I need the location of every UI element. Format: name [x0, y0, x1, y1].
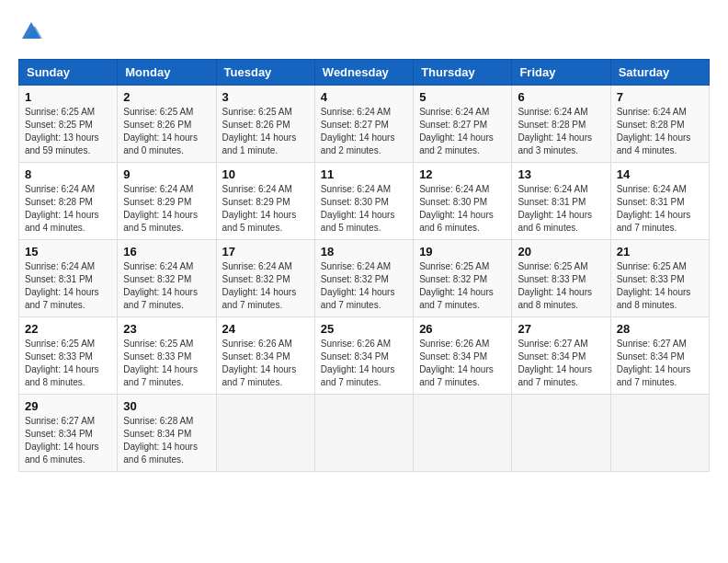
- weekday-header-tuesday: Tuesday: [216, 60, 314, 86]
- day-number: 26: [419, 322, 506, 336]
- day-number: 24: [222, 322, 309, 336]
- calendar-cell: 30 Sunrise: 6:28 AMSunset: 8:34 PMDaylig…: [118, 395, 216, 472]
- calendar-cell: 10 Sunrise: 6:24 AMSunset: 8:29 PMDaylig…: [216, 163, 314, 240]
- calendar-cell: [512, 395, 610, 472]
- day-number: 2: [123, 90, 210, 104]
- weekday-header-thursday: Thursday: [414, 60, 512, 86]
- calendar-week-row: 22 Sunrise: 6:25 AMSunset: 8:33 PMDaylig…: [19, 317, 710, 395]
- day-number: 13: [518, 167, 604, 181]
- calendar-cell: 6 Sunrise: 6:24 AMSunset: 8:28 PMDayligh…: [512, 86, 610, 163]
- day-info: Sunrise: 6:27 AMSunset: 8:34 PMDaylight:…: [518, 338, 604, 389]
- day-info: Sunrise: 6:24 AMSunset: 8:29 PMDaylight:…: [123, 183, 210, 235]
- day-number: 29: [25, 399, 111, 413]
- calendar-cell: [216, 395, 314, 472]
- calendar-cell: 16 Sunrise: 6:24 AMSunset: 8:32 PMDaylig…: [118, 240, 216, 317]
- day-info: Sunrise: 6:24 AMSunset: 8:32 PMDaylight:…: [321, 260, 407, 312]
- day-info: Sunrise: 6:25 AMSunset: 8:26 PMDaylight:…: [222, 106, 309, 157]
- day-number: 11: [321, 167, 407, 181]
- logo-icon: [18, 18, 44, 44]
- calendar-cell: 22 Sunrise: 6:25 AMSunset: 8:33 PMDaylig…: [19, 317, 118, 395]
- day-number: 22: [25, 322, 111, 336]
- day-info: Sunrise: 6:24 AMSunset: 8:27 PMDaylight:…: [419, 106, 506, 157]
- calendar-cell: 15 Sunrise: 6:24 AMSunset: 8:31 PMDaylig…: [19, 240, 118, 317]
- calendar-cell: 3 Sunrise: 6:25 AMSunset: 8:26 PMDayligh…: [216, 86, 314, 163]
- day-info: Sunrise: 6:25 AMSunset: 8:25 PMDaylight:…: [25, 106, 111, 157]
- day-info: Sunrise: 6:27 AMSunset: 8:34 PMDaylight:…: [617, 338, 703, 389]
- calendar-cell: 25 Sunrise: 6:26 AMSunset: 8:34 PMDaylig…: [314, 317, 413, 395]
- day-number: 8: [25, 167, 111, 181]
- calendar-week-row: 8 Sunrise: 6:24 AMSunset: 8:28 PMDayligh…: [19, 163, 710, 240]
- calendar-cell: 23 Sunrise: 6:25 AMSunset: 8:33 PMDaylig…: [118, 317, 216, 395]
- calendar-cell: 29 Sunrise: 6:27 AMSunset: 8:34 PMDaylig…: [19, 395, 118, 472]
- calendar-cell: 13 Sunrise: 6:24 AMSunset: 8:31 PMDaylig…: [512, 163, 610, 240]
- day-number: 28: [617, 322, 703, 336]
- calendar-cell: 2 Sunrise: 6:25 AMSunset: 8:26 PMDayligh…: [118, 86, 216, 163]
- calendar-week-row: 15 Sunrise: 6:24 AMSunset: 8:31 PMDaylig…: [19, 240, 710, 317]
- day-number: 10: [222, 167, 309, 181]
- day-number: 25: [321, 322, 407, 336]
- weekday-header-saturday: Saturday: [610, 60, 709, 86]
- calendar-cell: 8 Sunrise: 6:24 AMSunset: 8:28 PMDayligh…: [19, 163, 118, 240]
- page-header: [18, 18, 710, 44]
- calendar-cell: 19 Sunrise: 6:25 AMSunset: 8:32 PMDaylig…: [414, 240, 512, 317]
- weekday-header-monday: Monday: [118, 60, 216, 86]
- calendar-cell: 17 Sunrise: 6:24 AMSunset: 8:32 PMDaylig…: [216, 240, 314, 317]
- day-number: 5: [419, 90, 506, 104]
- calendar-cell: [314, 395, 413, 472]
- day-info: Sunrise: 6:26 AMSunset: 8:34 PMDaylight:…: [222, 338, 309, 389]
- day-info: Sunrise: 6:24 AMSunset: 8:28 PMDaylight:…: [617, 106, 703, 157]
- day-info: Sunrise: 6:24 AMSunset: 8:29 PMDaylight:…: [222, 183, 309, 235]
- day-number: 23: [123, 322, 210, 336]
- weekday-header-sunday: Sunday: [19, 60, 118, 86]
- day-number: 16: [123, 245, 210, 259]
- day-number: 14: [617, 167, 703, 181]
- calendar-table: SundayMondayTuesdayWednesdayThursdayFrid…: [18, 59, 710, 472]
- weekday-header-wednesday: Wednesday: [314, 60, 413, 86]
- day-number: 1: [25, 90, 111, 104]
- day-number: 12: [419, 167, 506, 181]
- day-info: Sunrise: 6:24 AMSunset: 8:31 PMDaylight:…: [617, 183, 703, 235]
- day-number: 3: [222, 90, 309, 104]
- calendar-cell: [414, 395, 512, 472]
- calendar-cell: 18 Sunrise: 6:24 AMSunset: 8:32 PMDaylig…: [314, 240, 413, 317]
- calendar-cell: 9 Sunrise: 6:24 AMSunset: 8:29 PMDayligh…: [118, 163, 216, 240]
- day-number: 18: [321, 245, 407, 259]
- day-info: Sunrise: 6:24 AMSunset: 8:31 PMDaylight:…: [518, 183, 604, 235]
- day-info: Sunrise: 6:24 AMSunset: 8:27 PMDaylight:…: [321, 106, 407, 157]
- day-info: Sunrise: 6:24 AMSunset: 8:31 PMDaylight:…: [25, 260, 111, 312]
- day-number: 19: [419, 245, 506, 259]
- day-number: 7: [617, 90, 703, 104]
- day-info: Sunrise: 6:27 AMSunset: 8:34 PMDaylight:…: [25, 415, 111, 466]
- day-number: 27: [518, 322, 604, 336]
- calendar-cell: 28 Sunrise: 6:27 AMSunset: 8:34 PMDaylig…: [610, 317, 709, 395]
- calendar-cell: 20 Sunrise: 6:25 AMSunset: 8:33 PMDaylig…: [512, 240, 610, 317]
- day-info: Sunrise: 6:24 AMSunset: 8:30 PMDaylight:…: [321, 183, 407, 235]
- day-info: Sunrise: 6:24 AMSunset: 8:30 PMDaylight:…: [419, 183, 506, 235]
- day-number: 30: [123, 399, 210, 413]
- day-number: 9: [123, 167, 210, 181]
- day-number: 4: [321, 90, 407, 104]
- calendar-cell: 7 Sunrise: 6:24 AMSunset: 8:28 PMDayligh…: [610, 86, 709, 163]
- day-info: Sunrise: 6:24 AMSunset: 8:28 PMDaylight:…: [518, 106, 604, 157]
- day-info: Sunrise: 6:25 AMSunset: 8:33 PMDaylight:…: [25, 338, 111, 389]
- calendar-header-row: SundayMondayTuesdayWednesdayThursdayFrid…: [19, 60, 710, 86]
- day-number: 20: [518, 245, 604, 259]
- calendar-cell: 27 Sunrise: 6:27 AMSunset: 8:34 PMDaylig…: [512, 317, 610, 395]
- calendar-cell: 21 Sunrise: 6:25 AMSunset: 8:33 PMDaylig…: [610, 240, 709, 317]
- day-info: Sunrise: 6:28 AMSunset: 8:34 PMDaylight:…: [123, 415, 210, 466]
- day-number: 21: [617, 245, 703, 259]
- day-number: 6: [518, 90, 604, 104]
- day-number: 15: [25, 245, 111, 259]
- day-info: Sunrise: 6:25 AMSunset: 8:33 PMDaylight:…: [617, 260, 703, 312]
- day-info: Sunrise: 6:26 AMSunset: 8:34 PMDaylight:…: [321, 338, 407, 389]
- day-info: Sunrise: 6:24 AMSunset: 8:32 PMDaylight:…: [222, 260, 309, 312]
- weekday-header-friday: Friday: [512, 60, 610, 86]
- calendar-cell: 14 Sunrise: 6:24 AMSunset: 8:31 PMDaylig…: [610, 163, 709, 240]
- day-info: Sunrise: 6:25 AMSunset: 8:33 PMDaylight:…: [123, 338, 210, 389]
- day-info: Sunrise: 6:25 AMSunset: 8:32 PMDaylight:…: [419, 260, 506, 312]
- calendar-cell: 11 Sunrise: 6:24 AMSunset: 8:30 PMDaylig…: [314, 163, 413, 240]
- day-info: Sunrise: 6:24 AMSunset: 8:32 PMDaylight:…: [123, 260, 210, 312]
- day-info: Sunrise: 6:25 AMSunset: 8:33 PMDaylight:…: [518, 260, 604, 312]
- day-info: Sunrise: 6:26 AMSunset: 8:34 PMDaylight:…: [419, 338, 506, 389]
- calendar-cell: 1 Sunrise: 6:25 AMSunset: 8:25 PMDayligh…: [19, 86, 118, 163]
